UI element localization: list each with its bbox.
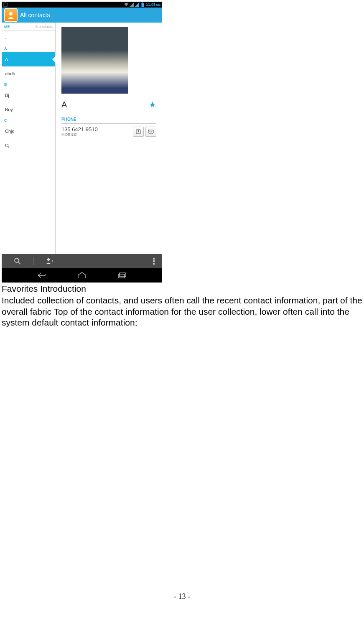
bottom-action-bar: + <box>2 254 162 268</box>
text-heading: Favorites Introduction <box>2 283 362 294</box>
sidebar-item-label: Boy <box>5 107 13 112</box>
sidebar-item-label: Chjd <box>5 129 15 134</box>
contact-photo[interactable] <box>61 27 128 94</box>
svg-point-9 <box>15 258 19 262</box>
svg-rect-3 <box>142 3 143 3</box>
phone-section-label: PHONE <box>61 117 156 124</box>
system-nav-bar <box>2 268 162 283</box>
sidebar-item-label: Bj <box>5 93 9 98</box>
svg-marker-1 <box>130 3 134 7</box>
svg-rect-8 <box>148 130 153 133</box>
svg-point-11 <box>47 258 50 261</box>
sidebar-item[interactable]: Cj <box>2 138 55 153</box>
svg-rect-0 <box>4 3 7 6</box>
device-frame: 11:08AM All contacts ME 6 contacts - A A… <box>2 2 162 283</box>
app-title[interactable]: All contacts <box>20 12 50 18</box>
favorite-star-icon[interactable]: ★ <box>149 99 156 109</box>
contact-count: 6 contacts <box>36 25 53 29</box>
signal-icon <box>130 3 134 7</box>
document-text: Favorites Introduction Included collecti… <box>2 283 362 328</box>
svg-point-7 <box>137 130 139 131</box>
svg-rect-14 <box>153 260 155 262</box>
app-bar: All contacts <box>2 8 162 23</box>
wifi-icon <box>124 3 128 7</box>
svg-point-5 <box>9 12 13 15</box>
sidebar-section-a: A <box>2 45 55 52</box>
svg-rect-4 <box>141 3 144 7</box>
phone-type: MOBILE <box>61 132 98 137</box>
contact-name: A <box>61 100 67 109</box>
home-button[interactable] <box>74 272 90 279</box>
svg-marker-2 <box>135 3 139 7</box>
sidebar-item[interactable]: Chjd <box>2 124 55 138</box>
message-button[interactable] <box>145 127 156 137</box>
contacts-sidebar: ME 6 contacts - A A ahdh B Bj Boy C Chjd… <box>2 23 56 254</box>
battery-icon <box>140 3 145 7</box>
signal-icon <box>135 3 139 7</box>
phone-entry[interactable]: 135 6421 9510 MOBILE <box>61 126 98 137</box>
recents-button[interactable] <box>114 272 130 279</box>
svg-rect-13 <box>153 258 155 260</box>
text-paragraph: Included collection of contacts, and use… <box>2 295 362 328</box>
sidebar-header: ME 6 contacts <box>2 23 55 31</box>
contacts-app-icon[interactable] <box>4 8 18 22</box>
sidebar-item-label: - <box>5 35 7 40</box>
sidebar-item-label: A <box>5 57 8 62</box>
notification-icon <box>3 3 8 7</box>
sidebar-item[interactable]: Bj <box>2 88 55 102</box>
sidebar-item-label: ahdh <box>5 71 15 76</box>
sidebar-me-label: ME <box>4 25 10 29</box>
svg-text:+: + <box>51 259 53 263</box>
back-button[interactable] <box>33 272 50 279</box>
sidebar-item[interactable]: ahdh <box>2 66 55 81</box>
page-number: - 13 - <box>0 575 364 605</box>
sidebar-item[interactable]: - <box>2 31 55 45</box>
sidebar-item-label: Cj <box>5 143 9 148</box>
call-button[interactable] <box>133 127 144 137</box>
overflow-menu-icon[interactable] <box>145 257 162 265</box>
clock-time: 11:08AM <box>146 3 160 7</box>
svg-rect-15 <box>153 263 155 265</box>
sidebar-item-selected[interactable]: A <box>2 52 55 66</box>
sidebar-item[interactable]: Boy <box>2 102 55 117</box>
add-contact-button[interactable]: + <box>34 257 66 265</box>
status-bar: 11:08AM <box>2 2 162 8</box>
sidebar-section-c: C <box>2 117 55 124</box>
phone-number: 135 6421 9510 <box>61 126 98 132</box>
svg-line-10 <box>18 262 20 264</box>
sidebar-section-b: B <box>2 81 55 88</box>
contact-detail: A ★ PHONE 135 6421 9510 MOBILE <box>56 23 162 254</box>
search-button[interactable] <box>2 257 34 265</box>
